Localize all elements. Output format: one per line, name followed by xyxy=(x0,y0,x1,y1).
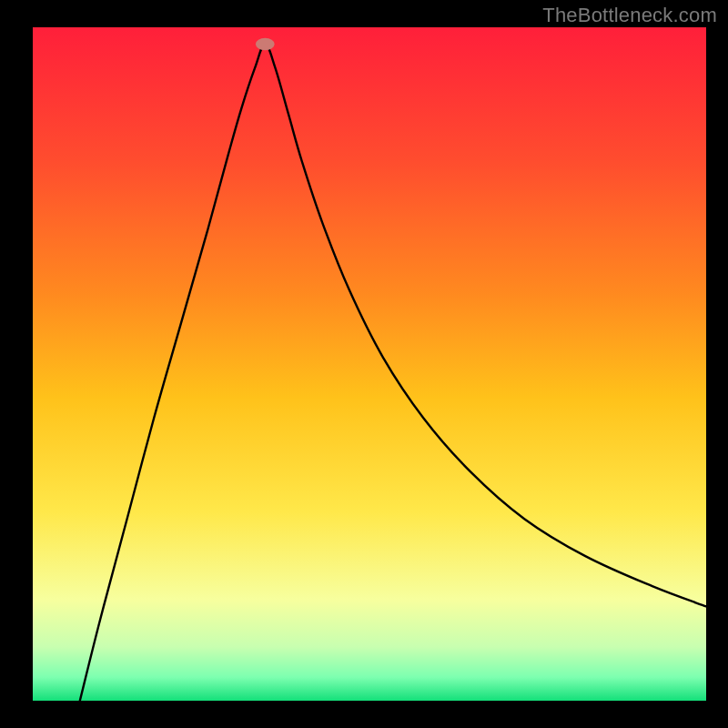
watermark-text: TheBottleneck.com xyxy=(542,4,717,27)
plot-background xyxy=(33,27,706,701)
bottleneck-chart xyxy=(0,0,728,728)
chart-stage: TheBottleneck.com xyxy=(0,0,728,728)
optimal-point-marker xyxy=(256,38,275,50)
